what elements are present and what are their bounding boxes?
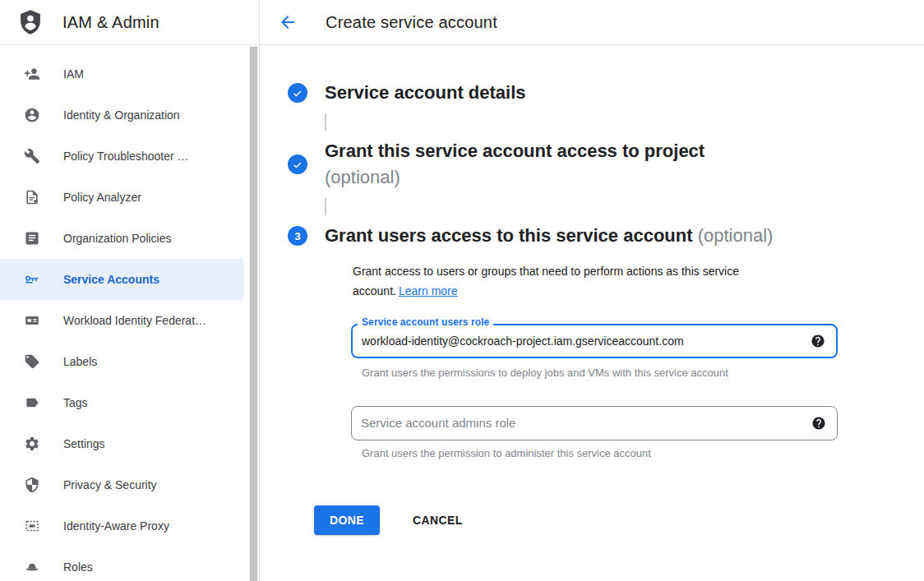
sidebar-nav: IAMIdentity & OrganizationPolicy Trouble… <box>0 45 259 581</box>
step-3: 3 Grant users access to this service acc… <box>288 223 924 249</box>
service-account-users-role-input[interactable] <box>362 334 802 348</box>
sidebar-item-label: IAM <box>63 67 84 81</box>
sidebar-item-label: Labels <box>63 355 97 368</box>
iam-shield-logo-icon <box>16 8 44 36</box>
sidebar-item-label: Privacy & Security <box>63 478 157 491</box>
person-add-icon <box>22 64 42 84</box>
sidebar-item-label: Settings <box>63 437 105 450</box>
proxy-icon <box>22 516 42 536</box>
sidebar-scrollbar-thumb[interactable] <box>250 47 257 581</box>
sidebar-item-label: Policy Analyzer <box>63 191 141 204</box>
roles-hat-icon <box>22 557 42 577</box>
admins-role-field-wrap <box>351 406 838 440</box>
help-icon[interactable] <box>811 334 825 348</box>
policy-analyzer-icon <box>22 187 42 207</box>
sidebar-title: IAM & Admin <box>62 13 159 32</box>
step-2-title: Grant this service account access to pro… <box>325 138 705 164</box>
step-3-title: Grant users access to this service accou… <box>325 225 693 246</box>
sidebar-item-service-accounts[interactable]: Service Accounts <box>0 259 243 300</box>
service-account-users-role-field[interactable] <box>351 324 838 358</box>
service-account-admins-role-input[interactable] <box>361 417 803 430</box>
sidebar-item-label: Tags <box>63 396 88 409</box>
sidebar: IAM & Admin IAMIdentity & OrganizationPo… <box>0 0 260 581</box>
sidebar-item-identity-organization[interactable]: Identity & Organization <box>0 95 243 136</box>
step-2-complete-check-icon <box>288 154 307 174</box>
sidebar-header: IAM & Admin <box>0 0 259 45</box>
sidebar-item-label: Roles <box>63 560 93 574</box>
learn-more-link[interactable]: Learn more <box>399 284 458 297</box>
main-panel: Create service account Service account d… <box>260 0 924 581</box>
step-2-optional-label: (optional) <box>325 164 705 191</box>
org-policies-icon <box>22 228 42 248</box>
cancel-button[interactable]: CANCEL <box>406 507 469 533</box>
sidebar-item-labels[interactable]: Labels <box>0 341 243 382</box>
sidebar-item-label: Organization Policies <box>63 232 172 245</box>
gear-icon <box>22 434 42 454</box>
account-circle-icon <box>22 105 42 125</box>
sidebar-item-identity-aware-proxy[interactable]: Identity-Aware Proxy <box>0 505 243 546</box>
sidebar-item-label: Identity & Organization <box>63 108 180 122</box>
done-button[interactable]: DONE <box>314 505 380 535</box>
sidebar-item-tags[interactable]: Tags <box>0 382 243 423</box>
sidebar-item-label: Identity-Aware Proxy <box>63 519 169 533</box>
shield-icon <box>22 475 42 495</box>
users-role-field-wrap: Service account users role <box>351 324 838 358</box>
sidebar-item-settings[interactable]: Settings <box>0 423 243 464</box>
sidebar-item-label: Service Accounts <box>63 273 159 286</box>
label-tag-icon <box>22 352 42 371</box>
sidebar-item-label: Policy Troubleshooter … <box>63 150 189 163</box>
sidebar-item-iam[interactable]: IAM <box>0 53 243 95</box>
users-role-field-label: Service account users role <box>358 316 493 328</box>
users-role-helper-text: Grant users the permissions to deploy jo… <box>362 367 924 379</box>
step-connector <box>325 198 326 215</box>
workload-identity-card-icon <box>22 311 42 330</box>
sidebar-item-roles[interactable]: Roles <box>0 546 243 581</box>
help-icon[interactable] <box>811 416 826 431</box>
step-1-title: Service account details <box>325 80 526 106</box>
step-3-number-badge: 3 <box>288 226 307 246</box>
step-2: Grant this service account access to pro… <box>288 138 924 191</box>
step-3-optional-label: (optional) <box>698 225 774 246</box>
sidebar-item-policy-troubleshooter[interactable]: Policy Troubleshooter … <box>0 136 243 177</box>
back-arrow-icon[interactable] <box>278 12 298 32</box>
wrench-icon <box>22 146 42 166</box>
service-account-admins-role-field[interactable] <box>351 406 838 440</box>
sidebar-scrollbar-track <box>249 46 258 581</box>
step-1: Service account details <box>288 80 924 106</box>
page-title: Create service account <box>326 13 497 32</box>
wizard: Service account details Grant this servi… <box>260 45 924 535</box>
sidebar-item-policy-analyzer[interactable]: Policy Analyzer <box>0 177 243 218</box>
actions-row: DONE CANCEL <box>314 505 924 535</box>
step-3-description: Grant access to users or groups that nee… <box>353 261 811 301</box>
service-accounts-icon <box>22 270 42 289</box>
step-1-complete-check-icon <box>288 83 307 103</box>
sidebar-item-workload-identity-federat[interactable]: Workload Identity Federat… <box>0 300 243 341</box>
sidebar-item-privacy-security[interactable]: Privacy & Security <box>0 464 243 505</box>
step-connector <box>325 113 326 131</box>
page-header: Create service account <box>260 0 924 45</box>
admins-role-helper-text: Grant users the permission to administer… <box>362 447 924 459</box>
sidebar-item-organization-policies[interactable]: Organization Policies <box>0 218 243 259</box>
tag-arrow-icon <box>22 393 42 413</box>
sidebar-item-label: Workload Identity Federat… <box>63 314 206 327</box>
